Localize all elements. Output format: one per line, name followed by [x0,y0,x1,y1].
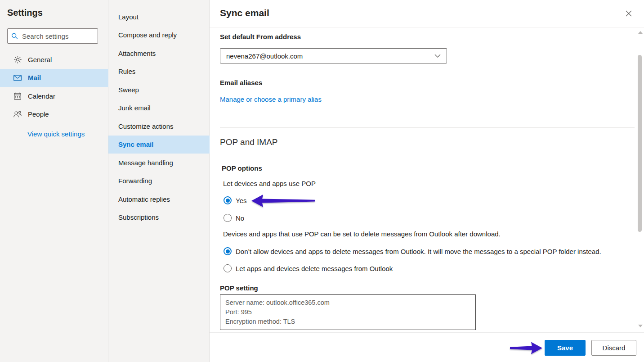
radio-unselected-icon[interactable] [224,264,232,272]
sidebar-item-people[interactable]: People [0,105,108,124]
close-button[interactable] [623,8,634,19]
sidebar-item-label: Calendar [28,92,55,100]
annotation-arrow-save [509,340,543,356]
mail-icon [13,74,22,81]
panel-header: Sync email [210,0,644,28]
pop-setting-label: POP setting [220,284,258,292]
from-address-value: nevena267@outlook.com [226,52,303,60]
radio-label: Don’t allow devices and apps to delete m… [236,248,601,255]
settings-sidebar: Settings [0,0,108,362]
search-icon [11,32,18,40]
subnav-item-forwarding[interactable]: Forwarding [108,172,210,190]
settings-title: Settings [7,8,43,18]
subnav-item-automatic-replies[interactable]: Automatic replies [108,190,210,208]
subnav-item-customize-actions[interactable]: Customize actions [108,117,210,136]
radio-label: No [236,214,244,222]
annotation-arrow-yes [250,193,316,209]
subnav-item-sweep[interactable]: Sweep [108,81,210,99]
radio-label: Yes [236,197,246,204]
subnav-item-rules[interactable]: Rules [108,63,210,81]
sidebar-item-label: People [28,110,49,118]
pop-options-label: POP options [222,164,262,172]
manage-alias-link[interactable]: Manage or choose a primary alias [220,95,322,103]
view-quick-settings-link[interactable]: View quick settings [27,130,85,138]
radio-label: Let apps and devices delete messages fro… [236,265,393,272]
use-pop-label: Let devices and apps use POP [223,180,316,187]
mail-subnav-list: Layout Compose and reply Attachments Rul… [108,8,210,226]
calendar-icon [13,92,22,100]
sidebar-item-general[interactable]: General [0,50,108,69]
discard-button[interactable]: Discard [591,340,636,356]
sync-email-panel: Sync email Set default From address neve… [210,0,644,362]
save-button[interactable]: Save [545,340,586,356]
pop-yes-option[interactable]: Yes [224,196,246,204]
radio-selected-icon[interactable] [224,196,232,204]
outlook-settings-window: Settings [0,0,644,362]
subnav-item-attachments[interactable]: Attachments [108,44,210,63]
subnav-item-compose-and-reply[interactable]: Compose and reply [108,26,210,45]
panel-footer: Save Discard [210,332,644,362]
search-settings-input[interactable] [22,32,94,40]
radio-unselected-icon[interactable] [224,214,232,222]
subnav-item-layout[interactable]: Layout [108,8,210,26]
radio-selected-icon[interactable] [224,247,232,255]
people-icon [13,111,22,118]
pop-delete-description: Devices and apps that use POP can be set… [223,230,501,238]
from-address-dropdown[interactable]: nevena267@outlook.com [220,48,447,63]
sidebar-item-label: Mail [28,74,41,81]
pop-port: Port: 995 [225,308,470,317]
subnav-item-message-handling[interactable]: Message handling [108,154,210,172]
let-apps-delete-option[interactable]: Let apps and devices delete messages fro… [224,264,393,272]
subnav-item-sync-email[interactable]: Sync email [108,136,210,154]
scroll-up-icon[interactable] [638,31,643,34]
dont-allow-delete-option[interactable]: Don’t allow devices and apps to delete m… [224,247,601,255]
settings-nav: General Mail [0,50,108,123]
sidebar-item-calendar[interactable]: Calendar [0,87,108,105]
mail-settings-subnav: Layout Compose and reply Attachments Rul… [108,0,210,362]
vertical-scrollbar[interactable] [636,28,644,332]
subnav-item-junk-email[interactable]: Junk email [108,99,210,118]
sidebar-item-label: General [28,56,52,63]
pop-and-imap-heading: POP and IMAP [220,137,278,147]
sidebar-item-mail[interactable]: Mail [0,69,108,87]
subnav-item-subscriptions[interactable]: Subscriptions [108,208,210,227]
default-from-address-label: Set default From address [220,33,301,41]
pop-setting-box: Server name: outlook.office365.com Port:… [220,294,476,330]
close-icon [626,10,632,17]
email-aliases-label: Email aliases [220,79,262,86]
pop-encryption: Encryption method: TLS [225,317,470,326]
gear-icon [13,56,22,63]
scrollbar-thumb[interactable] [638,55,642,232]
scroll-down-icon[interactable] [638,325,643,327]
page-title: Sync email [220,8,269,18]
section-divider [220,127,635,128]
pop-no-option[interactable]: No [224,214,244,222]
chevron-down-icon [434,54,441,58]
pop-server-name: Server name: outlook.office365.com [225,298,470,308]
search-settings-box[interactable] [7,28,98,44]
